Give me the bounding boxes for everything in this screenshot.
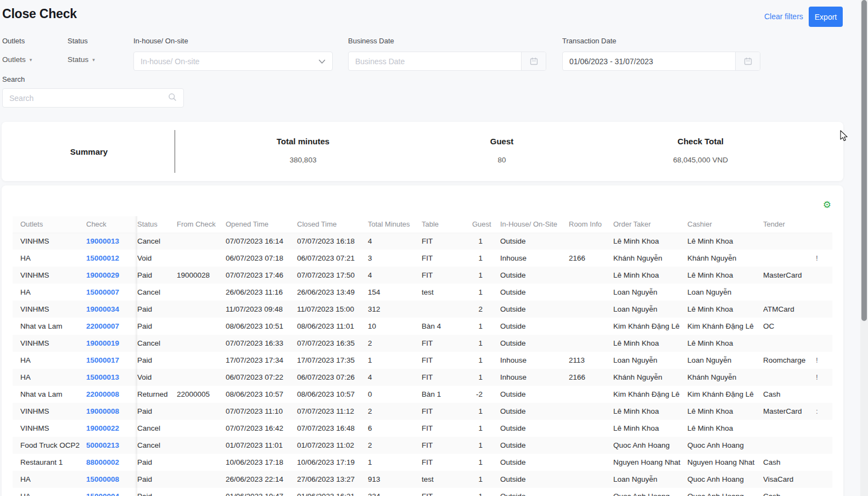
cell-inhouse-onsite: Inhouse (500, 352, 569, 369)
check-link[interactable]: 22000007 (86, 322, 119, 330)
cell-closed-time: 11/07/2023 15:00 (297, 301, 368, 318)
vertical-scrollbar-track[interactable] (860, 0, 868, 496)
check-link[interactable]: 19000019 (86, 339, 119, 347)
inhouse-onsite-select[interactable]: In-house/ On-site (133, 52, 333, 71)
cell-guest: -2 (472, 386, 500, 403)
cell-table: test (422, 471, 472, 488)
cell-outlet: VINHMS (13, 267, 86, 284)
cell-table: FIT (422, 250, 472, 267)
cell-table: FIT (422, 403, 472, 420)
check-link[interactable]: 15000017 (86, 356, 119, 364)
page-title: Close Check (2, 7, 77, 21)
cell-total-minutes: 334 (368, 488, 422, 496)
cell-total-minutes: 3 (368, 250, 422, 267)
check-link[interactable]: 19000022 (86, 424, 119, 432)
metric-label: Check Total (601, 137, 800, 146)
check-link[interactable]: 15000007 (86, 288, 119, 296)
column-header-edge (816, 216, 832, 233)
cell-status: Cancel (137, 284, 177, 301)
business-date-field[interactable] (348, 52, 546, 71)
cell-opened-time: 07/07/2023 16:42 (226, 420, 297, 437)
cell-cashier: Lê Minh Khoa (687, 335, 763, 352)
cell-inhouse-onsite: Outside (500, 420, 569, 437)
cell-inhouse-onsite: Outside (500, 284, 569, 301)
cell-cashier: Khánh Nguyễn (687, 250, 763, 267)
cell-closed-time: 07/07/2023 16:18 (297, 233, 368, 250)
search-field[interactable] (2, 88, 184, 108)
search-input[interactable] (9, 94, 168, 103)
cell-inhouse-onsite: Outside (500, 233, 569, 250)
check-link[interactable]: 15000013 (86, 373, 119, 381)
table-row: VINHMS19000013Cancel07/07/2023 16:1407/0… (13, 233, 832, 250)
cell-room-info: 2113 (569, 352, 613, 369)
cell-from-check: 19000028 (177, 267, 226, 284)
cell-from-check (177, 488, 226, 496)
cell-from-check (177, 369, 226, 386)
cell-check: 19000008 (86, 403, 137, 420)
status-dropdown[interactable]: Status ▾ (68, 55, 95, 64)
cell-total-minutes: 312 (368, 301, 422, 318)
check-link[interactable]: 15000008 (86, 475, 119, 483)
cell-room-info (569, 488, 613, 496)
business-date-input[interactable] (349, 52, 521, 70)
table-row: HA15000017Paid17/07/2023 17:3417/07/2023… (13, 352, 832, 369)
cell-room-info (569, 403, 613, 420)
cell-order-taker: Quoc Anh Hoang (613, 437, 687, 454)
check-link[interactable]: 22000008 (86, 390, 119, 398)
cell-tender: ATMCard (763, 301, 816, 318)
cell-from-check (177, 437, 226, 454)
cell-total-minutes: 2 (368, 403, 422, 420)
calendar-icon[interactable] (521, 52, 546, 70)
cell-edge (816, 335, 832, 352)
calendar-icon[interactable] (735, 52, 760, 70)
cell-total-minutes: 0 (368, 386, 422, 403)
table-row: HA15000012Void06/07/2023 07:1806/07/2023… (13, 250, 832, 267)
cell-status: Paid (137, 471, 177, 488)
outlets-dropdown[interactable]: Outlets ▾ (2, 55, 32, 64)
cell-order-taker: Kim Khánh Đặng Lê (613, 318, 687, 335)
cell-check: 15000013 (86, 369, 137, 386)
metric-total-minutes: Total minutes 380,803 (204, 122, 402, 181)
cell-from-check (177, 301, 226, 318)
column-header-closed-time: Closed Time (297, 216, 368, 233)
vertical-scrollbar-thumb[interactable] (861, 0, 867, 321)
check-link[interactable]: 19000013 (86, 237, 119, 245)
gear-icon[interactable]: ⚙ (823, 200, 831, 210)
cell-table (422, 301, 472, 318)
cell-edge: ! (816, 369, 832, 386)
check-link[interactable]: 15000012 (86, 254, 119, 262)
export-button[interactable]: Export (809, 7, 843, 27)
cell-outlet: VINHMS (13, 233, 86, 250)
cell-total-minutes: 4 (368, 369, 422, 386)
table-row: Nhat va Lam22000007Paid08/06/2023 10:510… (13, 318, 832, 335)
cell-cashier: Lê Minh Khoa (687, 301, 763, 318)
cell-inhouse-onsite: Outside (500, 386, 569, 403)
cell-tender (763, 335, 816, 352)
cell-table: FIT (422, 437, 472, 454)
cell-tender: Cash (763, 488, 816, 496)
check-link[interactable]: 88000002 (86, 458, 119, 466)
transaction-date-input[interactable] (563, 52, 735, 70)
cell-closed-time: 07/07/2023 17:50 (297, 267, 368, 284)
cell-inhouse-onsite: Outside (500, 454, 569, 471)
transaction-date-field[interactable] (562, 52, 760, 71)
business-date-label: Business Date (348, 37, 394, 45)
check-link[interactable]: 19000008 (86, 407, 119, 415)
cell-order-taker: Khánh Nguyễn (613, 369, 687, 386)
cell-check: 19000022 (86, 420, 137, 437)
clear-filters-link[interactable]: Clear filters (764, 12, 803, 21)
cell-order-taker: Lê Minh Khoa (613, 233, 687, 250)
cell-from-check: 22000005 (177, 386, 226, 403)
cell-guest: 1 (472, 250, 500, 267)
cell-table: Bàn 1 (422, 386, 472, 403)
check-link[interactable]: 15000004 (86, 492, 119, 496)
cell-guest: 1 (472, 267, 500, 284)
check-link[interactable]: 50000213 (86, 441, 119, 449)
cell-cashier: Loan Nguyễn (687, 284, 763, 301)
cell-cashier: Quoc Anh Hoang (687, 437, 763, 454)
cell-cashier: Lê Minh Khoa (687, 267, 763, 284)
check-link[interactable]: 19000034 (86, 305, 119, 313)
cell-total-minutes: 4 (368, 267, 422, 284)
check-link[interactable]: 19000029 (86, 271, 119, 279)
summary-card: Summary Total minutes 380,803 Guest 80 C… (2, 122, 843, 181)
